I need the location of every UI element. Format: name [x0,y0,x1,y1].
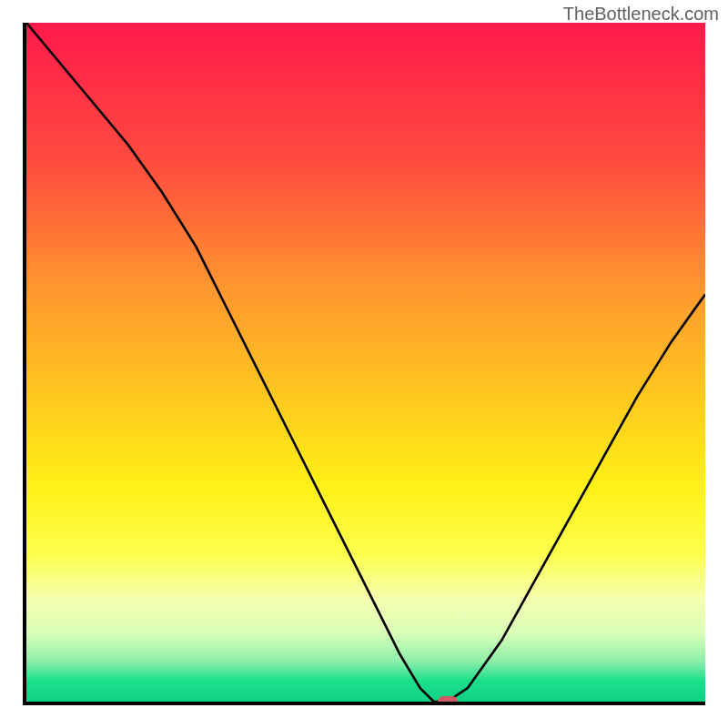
watermark-text: TheBottleneck.com [563,4,719,25]
chart-area [23,23,705,705]
bottleneck-curve [26,23,705,702]
minimum-marker [438,696,458,705]
